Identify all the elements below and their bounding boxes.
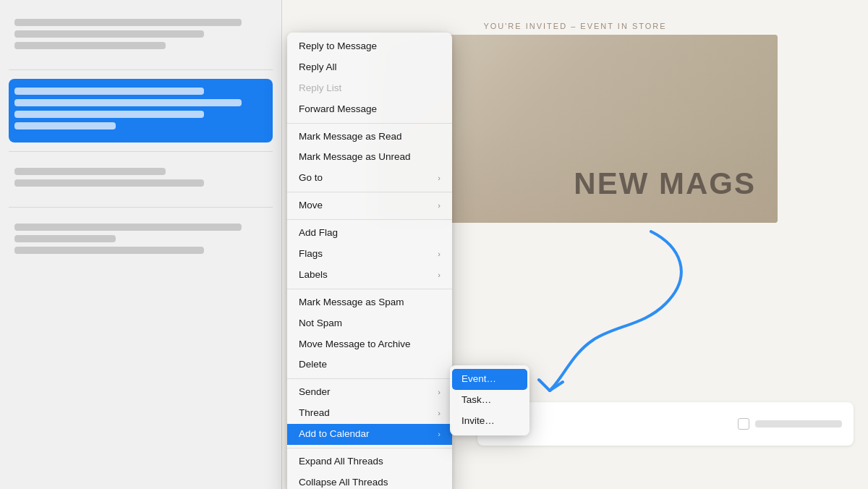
menu-item-collapse-all-threads[interactable]: Collapse All Threads [287,472,452,489]
menu-item-sender[interactable]: Sender › [287,382,452,403]
hero-text: NEW MAGS [574,166,756,201]
email-line [14,224,242,231]
menu-separator-4 [287,289,452,289]
email-list-panel [0,0,282,489]
menu-separator-2 [287,192,452,192]
menu-item-reply-all[interactable]: Reply All [287,57,452,78]
menu-item-add-to-calendar[interactable]: Add to Calendar › [287,424,452,445]
toolbar-bar [755,420,842,428]
email-line [14,122,116,129]
submenu-item-task[interactable]: Task… [450,390,529,411]
separator [9,151,273,152]
submenu-arrow-labels: › [438,270,441,281]
menu-item-mark-as-spam[interactable]: Mark Message as Spam [287,292,452,313]
email-invite-text: YOU'RE INVITED – EVENT IN STORE [297,14,854,35]
email-line [14,88,204,95]
separator [9,207,273,208]
email-item-3[interactable] [9,161,273,198]
separator [9,69,273,70]
menu-item-go-to[interactable]: Go to › [287,168,452,189]
email-item-1[interactable] [9,12,273,61]
email-item-4[interactable] [9,216,273,265]
email-line [14,247,204,254]
menu-separator-3 [287,219,452,220]
menu-separator-5 [287,378,452,379]
submenu-arrow-sender: › [438,387,441,398]
menu-item-move[interactable]: Move › [287,195,452,216]
email-line [14,168,166,175]
menu-item-reply-to-message[interactable]: Reply to Message [287,36,452,57]
submenu-item-invite[interactable]: Invite… [450,411,529,432]
submenu-item-event[interactable]: Event… [452,369,527,390]
menu-item-reply-list: Reply List [287,78,452,99]
email-line [14,111,204,118]
submenu-arrow-move: › [438,200,441,211]
submenu-arrow-go-to: › [438,173,441,184]
email-line [14,179,204,187]
menu-separator-1 [287,123,452,124]
menu-item-add-flag[interactable]: Add Flag [287,223,452,244]
email-line [14,235,116,242]
context-menu: Reply to Message Reply All Reply List Fo… [287,33,452,489]
toolbar-checkbox[interactable] [738,418,749,430]
menu-item-delete[interactable]: Delete [287,354,452,375]
menu-item-not-spam[interactable]: Not Spam [287,313,452,334]
email-line [14,19,242,26]
menu-item-forward-message[interactable]: Forward Message [287,99,452,120]
menu-item-mark-as-unread[interactable]: Mark Message as Unread [287,147,452,168]
email-toolbar [477,402,854,446]
submenu-arrow-flags: › [438,249,441,260]
email-line [14,30,204,38]
email-item-2-selected[interactable] [9,79,273,143]
add-to-calendar-submenu: Event… Task… Invite… [450,365,529,435]
menu-item-thread[interactable]: Thread › [287,403,452,424]
menu-item-labels[interactable]: Labels › [287,265,452,286]
submenu-arrow-thread: › [438,408,441,419]
menu-item-flags[interactable]: Flags › [287,244,452,265]
menu-item-move-to-archive[interactable]: Move Message to Archive [287,334,452,355]
menu-separator-6 [287,448,452,448]
email-line [14,42,166,49]
menu-item-mark-as-read[interactable]: Mark Message as Read [287,127,452,148]
submenu-arrow-calendar: › [438,429,441,440]
menu-item-expand-all-threads[interactable]: Expand All Threads [287,451,452,472]
email-line [14,99,242,106]
